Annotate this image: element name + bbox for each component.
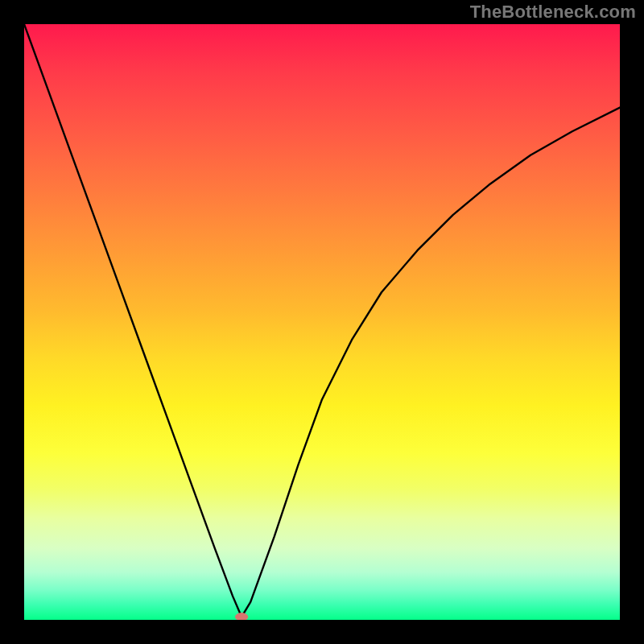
curve-layer: [24, 24, 620, 620]
watermark-text: TheBottleneck.com: [470, 2, 636, 23]
bottleneck-curve: [24, 24, 620, 617]
optimum-marker-icon: [235, 613, 248, 620]
frame: TheBottleneck.com: [0, 0, 644, 644]
plot-area: [24, 24, 620, 620]
